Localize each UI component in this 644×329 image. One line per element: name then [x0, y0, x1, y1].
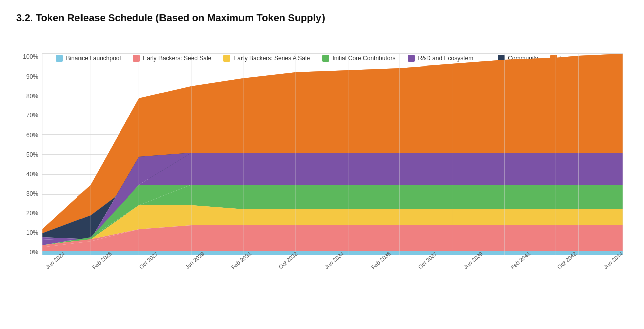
chart-title: 3.2. Token Release Schedule (Based on Ma…: [16, 12, 628, 24]
area-seed-fill: [42, 229, 623, 251]
y-label-10: 10%: [26, 230, 38, 236]
y-label-90: 90%: [26, 74, 38, 80]
stacked-area-chart: [42, 54, 623, 255]
y-label-60: 60%: [26, 132, 38, 138]
x-axis: Jun 2024 Feb 2026 Oct 2027 Jun 2029 Feb …: [42, 255, 623, 264]
area-binance: [42, 251, 623, 255]
y-label-20: 20%: [26, 210, 38, 216]
y-label-30: 30%: [26, 191, 38, 197]
y-label-70: 70%: [26, 112, 38, 118]
chart-plot-area: [42, 54, 623, 255]
chart-container: 0% 10% 20% 30% 40% 50% 60% 70% 80% 90% 1…: [16, 54, 628, 296]
y-label-40: 40%: [26, 171, 38, 177]
y-label-100: 100%: [23, 54, 38, 60]
y-label-0: 0%: [30, 249, 38, 255]
y-axis: 0% 10% 20% 30% 40% 50% 60% 70% 80% 90% 1…: [16, 54, 41, 255]
y-label-50: 50%: [26, 152, 38, 158]
y-label-80: 80%: [26, 93, 38, 99]
